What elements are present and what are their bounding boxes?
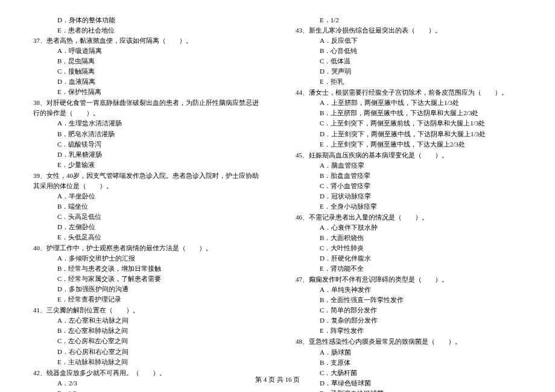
answer-option: B．昆虫隔离 bbox=[33, 56, 259, 66]
answer-option: B．大面积烧伤 bbox=[296, 233, 522, 243]
question-item: 37、患者高热，黏液脓血便，应该如何隔离（ ）。A．呼吸道隔离B．昆虫隔离C．接… bbox=[33, 36, 259, 97]
answer-option: C．左心房和左心室之间 bbox=[33, 336, 259, 346]
answer-option: A．脑血管痉挛 bbox=[296, 160, 522, 171]
question-item: 40、护理工作中，护士观察患者病情的最佳方法是（ ）。A．多倾听交班护士的汇报B… bbox=[33, 243, 259, 305]
answer-option: E．患者的社会地位 bbox=[33, 25, 259, 36]
answer-option: C．上至剑突下，两侧至腋前线，下达阴阜和大腿上1/3处 bbox=[296, 118, 522, 128]
answer-option: B．经常与患者交谈，增加日常接触 bbox=[33, 264, 259, 274]
answer-option: E．全身小动脉痉挛 bbox=[296, 201, 522, 212]
question-text: 37、患者高热，黏液脓血便，应该如何隔离（ ）。 bbox=[33, 36, 259, 46]
question-item: 41、三尖瓣的解剖位置在（ ）。A．左心室和主动脉之间B．左心室和肺动脉之间C．… bbox=[33, 305, 259, 367]
answer-option: C．低体温 bbox=[296, 56, 522, 66]
answer-option: D．血液隔离 bbox=[33, 77, 259, 87]
answer-option: A．呼吸道隔离 bbox=[33, 46, 259, 56]
answer-option: B．肥皂水清洁灌肠 bbox=[33, 129, 259, 139]
question-text: 41、三尖瓣的解剖位置在（ ）。 bbox=[33, 305, 259, 315]
question-text: 40、护理工作中，护士观察患者病情的最佳方法是（ ）。 bbox=[33, 243, 259, 253]
question-item: 44、潘女士，根据需要行经腹全子宫切除术，前备皮范围应为（ ）。A．上至脐部，两… bbox=[296, 87, 522, 149]
answer-option: B．左心室和肺动脉之间 bbox=[33, 326, 259, 336]
answer-option: C．经常与家属交谈，了解患者需要 bbox=[33, 274, 259, 284]
question-item: 43、新生儿寒冷损伤综合征最突出的表（ ）。A．反应低下B．心音低钝C．低体温D… bbox=[296, 25, 522, 87]
question-item: 45、妊娠期高血压疾病的基本病理变化是（ ）。A．脑血管痉挛B．胎盘血管痉挛C．… bbox=[296, 150, 522, 212]
question-text: 38、对肝硬化食管一胃底静脉曲张破裂出血的患者，为防止肝性脑病应禁忌进行的操作是… bbox=[33, 98, 259, 118]
answer-option: A．半坐卧位 bbox=[33, 191, 259, 201]
question-item: 39、女性，40岁，因支气管哮喘发作急诊入院。患者急诊入院时，护士应协助其采用的… bbox=[33, 171, 259, 242]
answer-option: B．心音低钝 bbox=[296, 46, 522, 56]
answer-option: B．上至脐部，两侧至腋中线，下达阴阜和大腿上2/3处 bbox=[296, 108, 522, 118]
question-item: 47、癫痫发作时不伴有意识障碍的类型是（ ）。A．单纯失神发作B．全面性强直一阵… bbox=[296, 274, 522, 336]
answer-option: E．乙型溶血性链球菌 bbox=[296, 388, 522, 392]
answer-option: E．阵挛性发作 bbox=[296, 326, 522, 336]
answer-option: E．经常查看护理记录 bbox=[33, 294, 259, 305]
answer-option: C．肾小血管痉挛 bbox=[296, 181, 522, 191]
answer-option: D．冠状动脉痉挛 bbox=[296, 191, 522, 201]
answer-option: B．1/3 bbox=[33, 388, 259, 392]
answer-option: A．生理盐水清洁灌肠 bbox=[33, 118, 259, 128]
answer-option: E．1/2 bbox=[296, 15, 522, 25]
answer-option: C．硫酸镁导泻 bbox=[33, 139, 259, 150]
answer-option: C．简单的部分发作 bbox=[296, 305, 522, 315]
answer-option: B．支原体 bbox=[296, 358, 522, 368]
answer-option: D．右心房和右心室之间 bbox=[33, 347, 259, 357]
answer-option: A．单纯失神发作 bbox=[296, 285, 522, 295]
answer-option: D．身体的整体功能 bbox=[33, 15, 259, 25]
question-item: 46、不需记录患者出入量的情况是（ ）。A．心衰伴下肢水肿B．大面积烧伤C．大叶… bbox=[296, 212, 522, 274]
answer-option: E．保护性隔离 bbox=[33, 87, 259, 97]
answer-option: C．头高足低位 bbox=[33, 212, 259, 222]
answer-option: E．上至剑突下，两侧至腋中线，下达大腿上2/3处 bbox=[296, 139, 522, 150]
answer-option: A．肠球菌 bbox=[296, 347, 522, 358]
question-item: 38、对肝硬化食管一胃底静脉曲张破裂出血的患者，为防止肝性脑病应禁忌进行的操作是… bbox=[33, 98, 259, 169]
answer-option: A．反应低下 bbox=[296, 36, 522, 46]
answer-option: D．多加强医护间的沟通 bbox=[33, 284, 259, 294]
answer-option: D．哭声弱 bbox=[296, 66, 522, 77]
answer-option: E．少量输液 bbox=[33, 160, 259, 170]
answer-option: D．肝硬化伴腹水 bbox=[296, 253, 522, 264]
question-text: 44、潘女士，根据需要行经腹全子宫切除术，前备皮范围应为（ ）。 bbox=[296, 87, 522, 98]
answer-option: D．上至剑突下，两侧至腋中线，下达阴阜和大腿上1/3处 bbox=[296, 129, 522, 139]
question-text: 43、新生儿寒冷损伤综合征最突出的表（ ）。 bbox=[296, 25, 522, 36]
answer-option: B．端坐位 bbox=[33, 201, 259, 212]
answer-option: E．主动脉和肺动脉之间 bbox=[33, 357, 259, 367]
page-footer: 第 4 页 共 16 页 bbox=[0, 375, 555, 385]
answer-option: B．全面性强直一阵挛性发作 bbox=[296, 295, 522, 305]
answer-option: A．心衰伴下肢水肿 bbox=[296, 223, 522, 233]
answer-option: A．多倾听交班护士的汇报 bbox=[33, 253, 259, 264]
answer-option: C．大叶性肺炎 bbox=[296, 243, 522, 253]
answer-option: D．左侧卧位 bbox=[33, 222, 259, 232]
answer-option: E．肾功能不全 bbox=[296, 264, 522, 274]
answer-option: C．接触隔离 bbox=[33, 66, 259, 77]
answer-option: B．胎盘血管痉挛 bbox=[296, 171, 522, 181]
question-text: 39、女性，40岁，因支气管哮喘发作急诊入院。患者急诊入院时，护士应协助其采用的… bbox=[33, 171, 259, 191]
question-text: 45、妊娠期高血压疾病的基本病理变化是（ ）。 bbox=[296, 150, 522, 160]
answer-option: D．复杂的部分发作 bbox=[296, 315, 522, 326]
answer-option: A．左心室和主动脉之间 bbox=[33, 315, 259, 326]
answer-option: D．乳果糖灌肠 bbox=[33, 150, 259, 160]
answer-option: E．拒乳 bbox=[296, 77, 522, 87]
answer-option: A．上至脐部，两侧至腋中线，下达大腿上1/3处 bbox=[296, 98, 522, 108]
question-text: 48、亚急性感染性心内膜炎最常见的致病菌是（ ）。 bbox=[296, 337, 522, 347]
answer-option: E．头低足高位 bbox=[33, 232, 259, 242]
question-text: 46、不需记录患者出入量的情况是（ ）。 bbox=[296, 212, 522, 223]
question-text: 47、癫痫发作时不伴有意识障碍的类型是（ ）。 bbox=[296, 274, 522, 285]
